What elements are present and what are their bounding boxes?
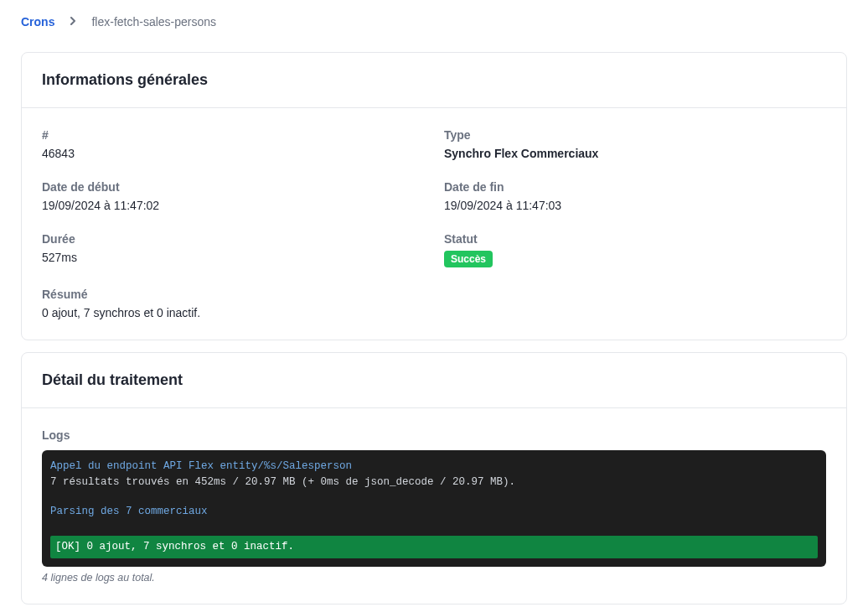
card-detail-title: Détail du traitement [42, 371, 826, 389]
field-duration-value: 527ms [42, 251, 424, 264]
log-line: 7 résultats trouvés en 452ms / 20.97 MB … [50, 475, 818, 490]
field-start-value: 19/09/2024 à 11:47:02 [42, 199, 424, 212]
field-end-value: 19/09/2024 à 11:47:03 [444, 199, 826, 212]
field-type-label: Type [444, 128, 826, 142]
log-line [50, 519, 818, 532]
field-id-value: 46843 [42, 147, 424, 160]
card-detail: Détail du traitement Logs Appel du endpo… [21, 352, 847, 604]
logs-footer: 4 lignes de logs au total. [42, 572, 826, 584]
card-general-header: Informations générales [22, 53, 846, 108]
log-line: Appel du endpoint API Flex entity/%s/Sal… [50, 459, 818, 475]
breadcrumb: Crons flex-fetch-sales-persons [21, 15, 847, 29]
field-start-label: Date de début [42, 180, 424, 194]
field-type-value: Synchro Flex Commerciaux [444, 147, 826, 160]
field-id: # 46843 [42, 128, 424, 160]
field-status: Statut Succès [444, 232, 826, 267]
card-general-title: Informations générales [42, 71, 826, 89]
field-duration-label: Durée [42, 232, 424, 246]
field-id-label: # [42, 128, 424, 142]
logs-label: Logs [42, 428, 826, 442]
field-start-date: Date de début 19/09/2024 à 11:47:02 [42, 180, 424, 212]
field-type: Type Synchro Flex Commerciaux [444, 128, 826, 160]
log-line [50, 490, 818, 504]
breadcrumb-current: flex-fetch-sales-persons [91, 15, 216, 29]
breadcrumb-root-link[interactable]: Crons [21, 15, 54, 29]
field-status-label: Statut [444, 232, 826, 246]
log-line: [OK] 0 ajout, 7 synchros et 0 inactif. [50, 536, 818, 558]
field-end-label: Date de fin [444, 180, 826, 194]
card-detail-header: Détail du traitement [22, 353, 846, 408]
field-summary-value: 0 ajout, 7 synchros et 0 inactif. [42, 306, 826, 319]
status-badge: Succès [444, 251, 493, 267]
field-summary-label: Résumé [42, 288, 826, 301]
field-end-date: Date de fin 19/09/2024 à 11:47:03 [444, 180, 826, 212]
card-general-info: Informations générales # 46843 Type Sync… [21, 52, 847, 340]
log-line: Parsing des 7 commerciaux [50, 504, 818, 520]
chevron-right-icon [70, 16, 76, 28]
logs-terminal: Appel du endpoint API Flex entity/%s/Sal… [42, 450, 826, 567]
field-summary: Résumé 0 ajout, 7 synchros et 0 inactif. [42, 288, 826, 319]
field-duration: Durée 527ms [42, 232, 424, 267]
